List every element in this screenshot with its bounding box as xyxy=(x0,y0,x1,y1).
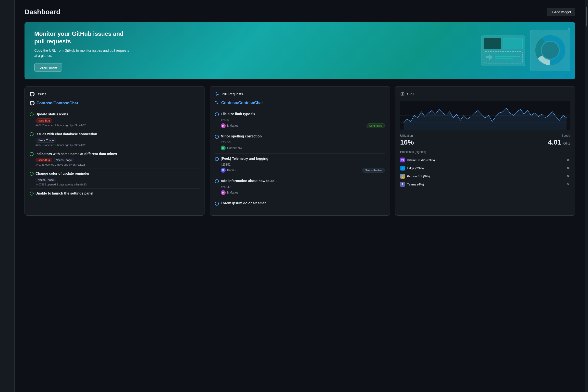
pr-menu-button[interactable]: ··· xyxy=(379,92,385,97)
process-left-0: VS Visual Studio (63%) xyxy=(400,158,435,162)
issues-menu-button[interactable]: ··· xyxy=(194,92,200,97)
process-close-0[interactable]: ✕ xyxy=(566,158,570,162)
cpu-widget-title: CPU xyxy=(407,92,414,96)
banner-graphics xyxy=(481,30,575,71)
pr-user-1: C Corine6767 xyxy=(221,146,242,150)
pr-number-0: #2535 xyxy=(221,118,385,122)
process-left-1: e Edge (23%) xyxy=(400,166,424,170)
utilization-label: Utilization xyxy=(400,134,414,138)
pr-item-0: File size limit typo fix #2535 M MMattos… xyxy=(215,109,385,131)
issue-meta-2: #40749 opened 2 days ago by oSmalls23 xyxy=(36,163,200,166)
pr-repo-link[interactable]: Contoso/ContosoChat xyxy=(215,101,385,105)
issues-widget-title: Issues xyxy=(36,92,46,96)
pr-avatar-1: C xyxy=(221,146,226,150)
issue-title-1: Issues with chat database connection xyxy=(36,132,97,137)
process-item-0: VS Visual Studio (63%) ✕ xyxy=(400,156,570,164)
issue-title-0: Update status icons xyxy=(36,112,68,117)
edge-icon: e xyxy=(400,166,405,170)
issue-title-3: Change color of update reminder xyxy=(36,171,90,176)
process-left-2: 🐍 Python 3.7 (9%) xyxy=(400,174,430,178)
pr-user-row-0: M MMattos Committed xyxy=(221,123,385,128)
pr-user-row-2: K KaraG Needs Review xyxy=(221,168,385,173)
github-icon xyxy=(30,92,34,96)
pr-user-0: M MMattos xyxy=(221,123,238,128)
main-content: Dashboard + Add widget × Monitor your Gi… xyxy=(15,0,585,392)
page-header: Dashboard + Add widget xyxy=(24,8,575,16)
pr-status-badge-2: Needs Review xyxy=(362,168,385,173)
pr-number-1: #25356 xyxy=(221,141,385,144)
issue-meta-3: #407365 opened 2 days ago by oSmalls23 xyxy=(36,183,200,186)
banner-title: Monitor your GitHub issues and pull requ… xyxy=(34,30,132,45)
issue-tag-triage-3: Needs Triage xyxy=(36,178,56,182)
issue-title-4: Unable to launch the settings panel xyxy=(36,191,93,196)
cpu-menu-button[interactable]: ··· xyxy=(564,92,570,97)
promo-banner: × Monitor your GitHub issues and pull re… xyxy=(24,22,575,80)
pr-avatar-0: M xyxy=(221,123,226,128)
pr-status-icon-3 xyxy=(215,179,219,183)
pr-repo-icon xyxy=(215,101,219,105)
pr-title-4: Lorem ipsum dolor sit amet xyxy=(221,201,266,205)
issues-widget: Issues ··· Contoso/ContosoChat Update st… xyxy=(24,86,205,216)
pr-title-1: Minor spelling correction xyxy=(221,134,262,138)
teams-icon: T xyxy=(400,182,405,187)
pr-user-3: M MMattos xyxy=(221,190,238,195)
pr-title-2: [Peek] Telemetry and logging xyxy=(221,156,268,160)
pr-title-row: Pull Requests xyxy=(215,92,243,96)
pr-widget-title: Pull Requests xyxy=(222,92,243,96)
pr-item-1: Minor spelling correction #25356 C Corin… xyxy=(215,131,385,154)
issues-title-row: Issues xyxy=(30,92,46,96)
pr-avatar-2: K xyxy=(221,168,226,173)
visual-studio-icon: VS xyxy=(400,158,405,162)
process-close-2[interactable]: ✕ xyxy=(566,174,570,178)
add-widget-button[interactable]: + Add widget xyxy=(547,8,575,16)
learn-more-button[interactable]: Learn more xyxy=(34,63,62,72)
pr-title-0: File size limit typo fix xyxy=(221,112,255,116)
issue-meta-0: #40755 opened 2 hours ago by oSmalls23 xyxy=(36,124,200,127)
process-close-3[interactable]: ✕ xyxy=(566,182,570,187)
issue-status-icon-4 xyxy=(30,192,34,196)
issue-tag-triage-2: Needs Triage xyxy=(54,158,74,162)
right-scrollbar[interactable] xyxy=(585,0,588,392)
issues-repo-icon xyxy=(30,101,34,106)
pr-item-2: [Peek] Telemetry and logging #25352 K Ka… xyxy=(215,154,385,176)
cpu-chart xyxy=(400,101,570,130)
issue-status-icon-2 xyxy=(30,152,34,156)
pr-widget-header: Pull Requests ··· xyxy=(215,92,385,97)
pr-user-row-1: C Corine6767 xyxy=(221,146,385,150)
banner-close-button[interactable]: × xyxy=(567,26,571,33)
issue-tag-bug-0: Issue-Bug xyxy=(36,118,52,123)
process-item-2: 🐍 Python 3.7 (9%) ✕ xyxy=(400,172,570,180)
process-left-3: T Teams (4%) xyxy=(400,182,424,187)
pr-user-row-3: M MMattos xyxy=(221,190,385,195)
processes-label: Processes (highest) xyxy=(400,150,570,154)
widgets-grid: Issues ··· Contoso/ContosoChat Update st… xyxy=(24,86,575,216)
pr-username-1: Corine6767 xyxy=(227,146,242,150)
process-item-3: T Teams (4%) ✕ xyxy=(400,180,570,188)
issue-item-2: Indicators with same name at different d… xyxy=(30,149,200,169)
issue-status-icon-3 xyxy=(30,172,34,176)
cpu-title-row: CPU xyxy=(400,92,414,96)
pr-username-0: MMattos xyxy=(227,124,238,128)
utilization-value: 16% xyxy=(400,138,414,146)
issue-tag-bug-2: Issue-Bug xyxy=(36,158,52,162)
process-name-0: Visual Studio (63%) xyxy=(407,158,435,162)
banner-illustration xyxy=(428,22,575,80)
pr-user-2: K KaraG xyxy=(221,168,236,173)
pr-status-icon-0 xyxy=(215,112,219,116)
issues-widget-header: Issues ··· xyxy=(30,92,200,97)
pr-item-4: Lorem ipsum dolor sit amet xyxy=(215,198,385,210)
pr-username-2: KaraG xyxy=(227,168,236,172)
issue-tag-triage-1: Needs Triage xyxy=(36,138,56,142)
process-close-1[interactable]: ✕ xyxy=(566,166,570,170)
pr-title-3: Add information about how to ad... xyxy=(221,179,277,183)
pull-requests-widget: Pull Requests ··· Contoso/ContosoChat Fi… xyxy=(210,86,390,216)
issue-item-1: Issues with chat database connection Nee… xyxy=(30,129,200,149)
speed-label: Speed xyxy=(548,134,570,138)
svg-point-3 xyxy=(542,42,559,59)
pr-avatar-3: M xyxy=(221,190,226,195)
issues-repo-link[interactable]: Contoso/ContosoChat xyxy=(30,101,200,106)
page-title: Dashboard xyxy=(24,8,60,16)
cpu-widget: CPU ··· xyxy=(395,86,575,216)
pr-username-3: MMattos xyxy=(227,191,238,194)
scrollbar-thumb[interactable] xyxy=(586,7,587,26)
